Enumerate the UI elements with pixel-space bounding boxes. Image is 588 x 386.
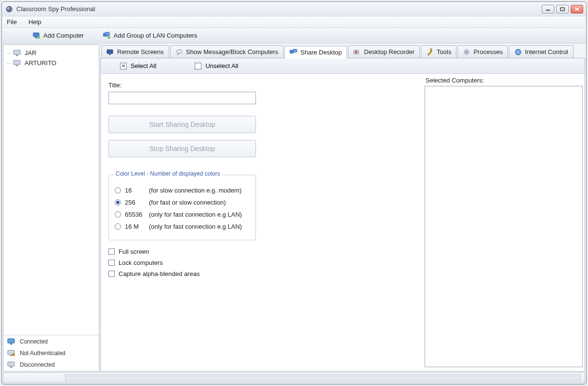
share-desktop-form: Title: Start Sharing Desktop Stop Sharin… <box>101 74 423 371</box>
uncheck-icon <box>195 63 201 69</box>
svg-rect-20 <box>10 367 12 368</box>
tree-item[interactable]: ARTURITO <box>4 58 98 68</box>
tab-remote-screens[interactable]: Remote Screens <box>101 45 169 58</box>
content-columns: Title: Start Sharing Desktop Stop Sharin… <box>101 74 585 371</box>
checkbox-icon <box>108 271 115 277</box>
tab-label: Desktop Recorder <box>364 48 414 55</box>
titlebar: Classroom Spy Professional <box>2 2 586 16</box>
add-group-label: Add Group of LAN Computers <box>114 32 197 39</box>
checkbox-icon <box>108 248 115 255</box>
selected-computers-label: Selected Computers: <box>426 77 583 84</box>
tab-internet-control[interactable]: Internet Control <box>509 45 574 58</box>
radio-value: 16 M <box>125 223 145 230</box>
select-all-button[interactable]: Select All <box>120 62 156 69</box>
tab-desktop-recorder[interactable]: Desktop Recorder <box>348 45 420 58</box>
radio-value: 256 <box>125 199 145 206</box>
color-radio-16[interactable]: 16 (for slow connection e.g. modem) <box>115 187 250 194</box>
capture-alpha-checkbox[interactable]: Capture alpha-blended areas <box>108 270 415 277</box>
tab-label: Share Desktop <box>300 49 342 56</box>
unselect-all-label: Unselect All <box>205 62 238 69</box>
svg-rect-22 <box>109 54 111 55</box>
window-title: Classroom Spy Professional <box>16 5 542 13</box>
svg-rect-28 <box>430 49 432 52</box>
svg-point-1 <box>7 7 9 9</box>
maximize-button[interactable] <box>556 5 569 14</box>
tab-label: Tools <box>437 48 451 55</box>
close-button[interactable] <box>571 5 583 14</box>
monitor-auth-icon <box>7 350 16 357</box>
color-radio-65536[interactable]: 65536 (only for fast connection e.g LAN) <box>115 211 250 218</box>
title-input[interactable] <box>108 92 256 104</box>
color-radio-16m[interactable]: 16 M (only for fast connection e.g LAN) <box>115 223 250 230</box>
add-group-button[interactable]: Add Group of LAN Computers <box>99 30 201 41</box>
computer-tree: JAR ARTURITO <box>3 45 99 335</box>
svg-rect-25 <box>293 49 297 52</box>
gear-icon <box>463 48 470 56</box>
main-toolbar: Add Computer Add Group of LAN Computers <box>2 28 586 43</box>
svg-rect-11 <box>16 55 18 56</box>
monitor-icon <box>13 60 22 67</box>
legend-not-authenticated: Not Authenticated <box>7 350 95 357</box>
checkbox-label: Full screen <box>119 248 149 255</box>
svg-point-27 <box>355 51 358 53</box>
title-label: Title: <box>108 82 415 89</box>
radio-desc: (for slow connection e.g. modem) <box>149 187 241 194</box>
menu-file[interactable]: File <box>5 17 19 27</box>
full-screen-checkbox[interactable]: Full screen <box>108 248 415 255</box>
selected-computers-list[interactable] <box>425 86 583 367</box>
start-sharing-button[interactable]: Start Sharing Desktop <box>108 116 256 133</box>
add-computer-label: Add Computer <box>43 32 84 39</box>
legend-connected: Connected <box>7 338 95 345</box>
svg-rect-19 <box>8 362 14 366</box>
unselect-all-button[interactable]: Unselect All <box>195 62 238 69</box>
radio-icon <box>115 223 121 230</box>
body-area: JAR ARTURITO Connected Not Authenticated <box>2 43 586 372</box>
monitor-icon <box>13 50 22 56</box>
fieldset-legend: Color Level - Number of displayed colors <box>114 170 222 177</box>
legend-not-auth-label: Not Authenticated <box>20 350 66 357</box>
check-icon <box>120 63 127 69</box>
tab-tools[interactable]: Tools <box>421 45 456 58</box>
screens-icon <box>107 48 114 56</box>
svg-rect-21 <box>107 50 113 54</box>
tab-share-desktop[interactable]: Share Desktop <box>284 46 347 58</box>
tab-label: Remote Screens <box>117 48 164 55</box>
app-window: Classroom Spy Professional File Help Add… <box>1 1 587 385</box>
svg-rect-15 <box>10 344 12 345</box>
radio-icon <box>115 211 121 218</box>
tab-content: Select All Unselect All Title: Start Sha… <box>100 58 585 372</box>
svg-rect-13 <box>16 65 18 66</box>
stop-sharing-button[interactable]: Stop Sharing Desktop <box>108 140 256 157</box>
svg-rect-12 <box>13 60 20 65</box>
radio-icon <box>115 199 121 206</box>
tab-processes[interactable]: Processes <box>457 45 508 58</box>
menubar: File Help <box>2 16 586 28</box>
monitors-plus-icon <box>103 32 111 40</box>
tab-label: Internet Control <box>525 48 568 55</box>
tools-icon <box>426 48 434 56</box>
globe-icon <box>514 48 522 56</box>
share-icon <box>290 48 297 56</box>
tree-item[interactable]: JAR <box>4 48 98 58</box>
lock-computers-checkbox[interactable]: Lock computers <box>108 259 415 266</box>
minimize-button[interactable] <box>542 5 554 14</box>
svg-point-30 <box>466 51 468 53</box>
statusbar <box>3 372 585 383</box>
checkbox-label: Lock computers <box>119 259 163 266</box>
tree-item-label: JAR <box>25 49 37 56</box>
svg-point-18 <box>12 353 15 356</box>
tree-item-label: ARTURITO <box>25 59 56 67</box>
tab-show-message[interactable]: Show Message/Block Computers <box>170 45 283 58</box>
main-panel: Remote Screens Show Message/Block Comput… <box>100 44 585 372</box>
svg-point-0 <box>6 6 12 12</box>
color-level-fieldset: Color Level - Number of displayed colors… <box>108 175 256 240</box>
radio-value: 16 <box>125 187 145 194</box>
svg-rect-8 <box>105 32 109 35</box>
legend-disconnected: Disconnected <box>7 361 95 368</box>
add-computer-button[interactable]: Add Computer <box>29 30 88 41</box>
color-radio-256[interactable]: 256 (for fast or slow connection) <box>115 199 250 206</box>
checkbox-icon <box>108 260 115 266</box>
menu-help[interactable]: Help <box>27 17 43 27</box>
horizontal-scrollbar[interactable] <box>65 374 581 381</box>
svg-rect-2 <box>546 10 550 11</box>
